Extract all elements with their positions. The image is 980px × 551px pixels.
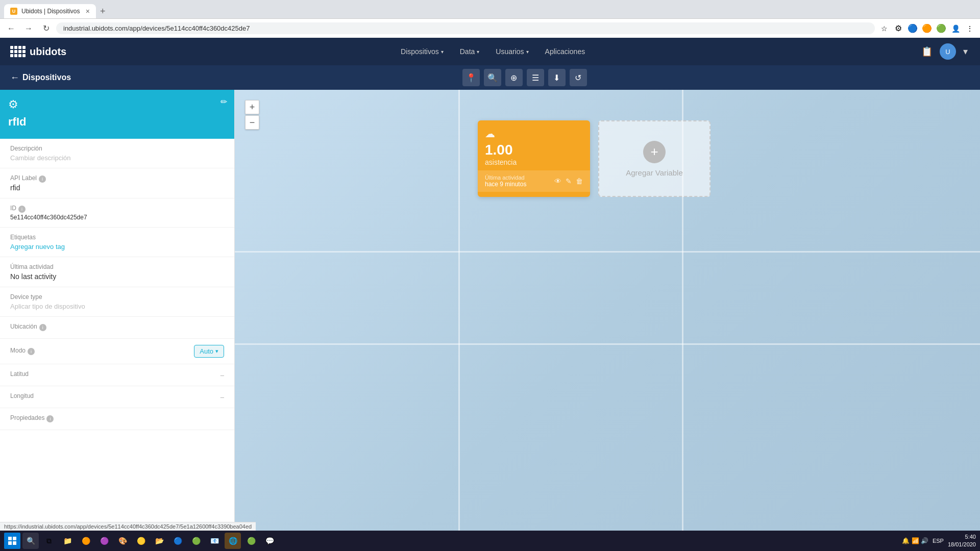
propiedades-label: Propiedades [10, 414, 44, 421]
svg-rect-1 [13, 537, 16, 540]
nav-dispositivos[interactable]: Dispositivos ▾ [394, 44, 451, 59]
taskbar-app-1[interactable]: 🟠 [78, 533, 94, 549]
taskbar-chrome[interactable]: 🌐 [225, 533, 241, 549]
propiedades-info-icon: i [46, 415, 54, 422]
modo-info-icon: i [28, 348, 35, 355]
tab-close-button[interactable]: × [86, 7, 90, 15]
api-label-value: rfid [10, 184, 224, 192]
bookmark-icon[interactable]: ☆ [878, 22, 890, 35]
main-nav: Dispositivos ▾ Data ▾ Usuarios ▾ Aplicac… [82, 44, 904, 59]
taskbar-app-8[interactable]: 📧 [206, 533, 223, 549]
variable-eye-icon[interactable]: 👁 [554, 177, 561, 185]
last-activity-label: Última actividad [485, 174, 526, 181]
new-tab-button[interactable]: + [96, 4, 110, 18]
tool-location-button[interactable]: 📍 [462, 69, 480, 86]
taskbar-app-3[interactable]: 🎨 [114, 533, 131, 549]
ubicacion-section: Ubicación i [0, 317, 234, 339]
back-to-dispositivos-button[interactable]: ← Dispositivos [10, 72, 71, 83]
device-type-section: Device type Aplicar tipo de dispositivo [0, 287, 234, 317]
latitud-label: Latitud [10, 370, 29, 378]
last-activity-value: hace 9 minutos [485, 181, 526, 188]
map-road [458, 90, 460, 551]
tool-search-button[interactable]: 🔍 [484, 69, 501, 86]
taskbar-app-9[interactable]: 🟢 [243, 533, 259, 549]
start-button[interactable] [4, 533, 20, 549]
tool-download-button[interactable]: ⬇ [548, 69, 566, 86]
toolbar-tools: 📍 🔍 ⊕ ☰ ⬇ ↺ [462, 69, 587, 86]
zoom-out-button[interactable]: − [245, 115, 259, 130]
zoom-in-button[interactable]: + [245, 100, 259, 114]
taskbar-app-6[interactable]: 🔵 [169, 533, 186, 549]
taskbar-app-5[interactable]: 📂 [151, 533, 167, 549]
latitud-value: – [220, 371, 224, 379]
variable-card-asistencia[interactable]: ☁ 1.00 asistencia Última actividad hace … [478, 120, 590, 197]
map-area[interactable]: + − ☁ 1.00 asistencia [235, 90, 980, 551]
logo-text: ubidots [30, 46, 66, 58]
id-label: ID [10, 205, 16, 212]
svg-rect-2 [8, 541, 12, 545]
longitud-label: Longitud [10, 392, 34, 399]
ext-icon-1[interactable]: ⚙ [892, 22, 904, 35]
api-label-section: API Label i rfid [0, 168, 234, 198]
tab-bar: U Ubidots | Dispositivos × + [0, 0, 980, 18]
variable-edit-icon[interactable]: ✎ [566, 177, 572, 185]
ext-icon-4[interactable]: 🟢 [935, 22, 947, 35]
address-bar: ← → ↻ ☆ ⚙ 🔵 🟠 🟢 👤 ⋮ [0, 18, 980, 38]
variable-card-footer: Última actividad hace 9 minutos 👁 ✎ 🗑 [478, 170, 590, 192]
user-menu-arrow-icon[interactable]: ▾ [961, 44, 970, 59]
logo[interactable]: ubidots [10, 46, 66, 58]
description-placeholder[interactable]: Cambiar descripción [10, 154, 224, 162]
tool-list-button[interactable]: ☰ [527, 69, 544, 86]
id-info-icon: i [18, 206, 26, 213]
dropdown-arrow-icon: ▾ [441, 49, 444, 55]
nav-usuarios[interactable]: Usuarios ▾ [488, 44, 535, 59]
tool-refresh-button[interactable]: ↺ [570, 69, 587, 86]
taskbar-taskview[interactable]: ⧉ [41, 533, 57, 549]
menu-icon[interactable]: ⋮ [964, 22, 976, 35]
forward-nav-button[interactable]: → [21, 21, 36, 36]
variables-area: ☁ 1.00 asistencia Última actividad hace … [478, 120, 710, 197]
nav-aplicaciones[interactable]: Aplicaciones [538, 44, 593, 59]
active-tab[interactable]: U Ubidots | Dispositivos × [4, 4, 96, 18]
add-variable-label: Agregar Variable [626, 168, 682, 177]
device-type-placeholder[interactable]: Aplicar tipo de dispositivo [10, 303, 224, 310]
taskbar-clock: 5:40 18/01/2020 [948, 533, 976, 549]
variable-delete-icon[interactable]: 🗑 [576, 177, 583, 185]
edit-device-button[interactable]: ✏ [220, 97, 227, 107]
propiedades-section: Propiedades i [0, 408, 234, 430]
id-section: ID i 5e114cc40ff4c360dc425de7 [0, 198, 234, 228]
dropdown-arrow-icon: ▾ [477, 49, 479, 55]
ext-icon-3[interactable]: 🟠 [921, 22, 933, 35]
taskbar-app-4[interactable]: 🟡 [133, 533, 149, 549]
ultima-actividad-label: Última actividad [10, 263, 224, 270]
tool-add-button[interactable]: ⊕ [505, 69, 523, 86]
notification-icon[interactable]: 📋 [919, 44, 935, 59]
ext-icon-2[interactable]: 🔵 [906, 22, 919, 35]
taskbar-file-explorer[interactable]: 📁 [59, 533, 76, 549]
main-content: ⚙ ✏ rfId Descripción Cambiar descripción… [0, 90, 980, 551]
nav-data[interactable]: Data ▾ [453, 44, 487, 59]
variable-value: 1.00 [485, 143, 583, 157]
user-profile-icon[interactable]: 👤 [949, 22, 962, 35]
add-variable-card[interactable]: + Agregar Variable [598, 120, 710, 197]
taskbar-app-2[interactable]: 🟣 [96, 533, 112, 549]
back-nav-button[interactable]: ← [4, 21, 18, 36]
taskbar-app-7[interactable]: 🟢 [188, 533, 204, 549]
add-tag-button[interactable]: Agregar nuevo tag [10, 243, 224, 251]
modo-select-button[interactable]: Auto ▾ [194, 345, 224, 358]
taskbar-system-icons: 🔔 📶 🔊 [902, 537, 928, 544]
taskbar-date-value: 18/01/2020 [948, 541, 976, 548]
taskbar-app-10[interactable]: 💬 [261, 533, 278, 549]
variable-card-header: ☁ 1.00 asistencia [478, 120, 590, 170]
cloud-icon: ☁ [485, 128, 583, 140]
tab-title: Ubidots | Dispositivos [21, 8, 82, 15]
address-input[interactable] [56, 22, 875, 34]
map-road [235, 343, 980, 345]
longitud-section: Longitud – [0, 386, 234, 408]
user-avatar[interactable]: U [940, 43, 956, 60]
variable-name: asistencia [485, 158, 583, 166]
api-label-info-icon: i [39, 176, 46, 183]
reload-nav-button[interactable]: ↻ [39, 21, 53, 36]
modo-section: Modo i Auto ▾ [0, 339, 234, 364]
taskbar-search[interactable]: 🔍 [22, 533, 39, 549]
